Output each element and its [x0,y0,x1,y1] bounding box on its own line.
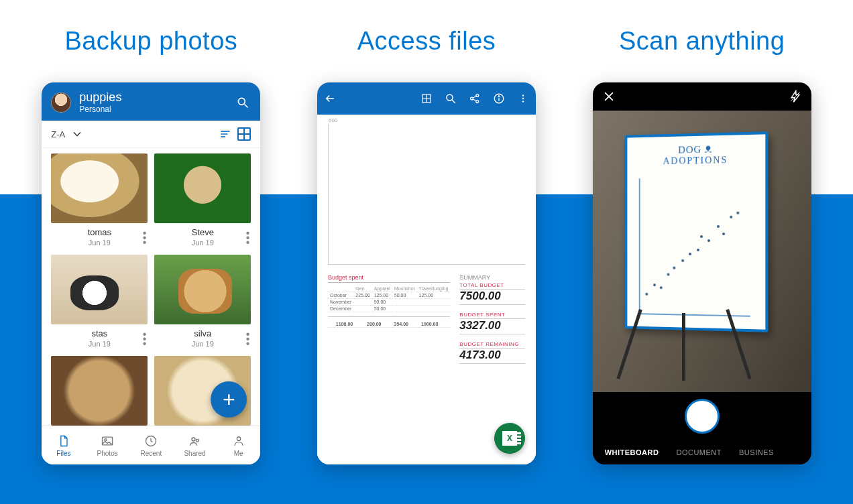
svg-line-21 [473,99,476,101]
mode-business[interactable]: BUSINES [739,448,774,456]
people-icon [188,434,202,448]
file-thumbnail [51,153,148,223]
back-icon[interactable] [324,92,336,105]
file-date: Jun 19 [154,239,251,247]
file-content[interactable]: 600 Budget spent GenApparelMoonshotTrave… [317,115,536,464]
shutter-row [593,392,811,440]
nav-label: Recent [140,450,162,457]
total-budget-label: TOTAL BUDGET [459,282,525,290]
file-item[interactable]: stas Jun 19 ••• [51,255,154,356]
svg-point-8 [192,438,195,441]
nav-recent[interactable]: Recent [129,426,173,464]
camera-viewfinder[interactable]: DOG ᴥ ADOPTIONS [593,111,811,392]
svg-point-24 [498,96,499,97]
file-name: Steve [154,227,251,237]
svg-point-6 [105,438,107,440]
panel-scan-anything: Scan anything DOG ᴥ ADOPTIONS [571,27,833,464]
svg-point-15 [447,94,453,101]
open-in-excel-button[interactable]: X [494,423,525,454]
chevron-down-icon[interactable] [70,127,84,141]
search-icon[interactable] [236,96,249,109]
more-icon[interactable]: ••• [246,230,250,246]
plus-icon: + [223,387,235,412]
nav-files[interactable]: Files [42,426,85,464]
sort-lines-icon[interactable] [219,127,232,141]
svg-point-25 [522,94,524,96]
total-budget-value: 7500.00 [459,290,525,305]
dashboard-row: Budget spent GenApparelMoonshotTravel/lo… [328,274,525,371]
panel-title: Access files [357,27,496,56]
detected-whiteboard: DOG ᴥ ADOPTIONS [625,131,769,332]
panel-backup-photos: Backup photos puppies Personal Z-A [20,27,282,464]
nav-label: Shared [184,450,205,457]
share-icon[interactable] [469,92,481,105]
grid-view-icon[interactable] [237,127,251,141]
search-icon[interactable] [445,92,457,105]
svg-line-20 [473,96,476,98]
file-item[interactable] [51,356,154,426]
folder-title: puppies [79,90,121,105]
close-icon[interactable] [602,90,616,103]
more-icon[interactable]: ••• [143,331,147,347]
svg-point-26 [522,98,524,99]
file-thumbnail [154,153,251,223]
file-item[interactable]: silva Jun 19 ••• [154,255,258,356]
grid-icon[interactable] [420,92,433,105]
nav-label: Me [234,450,243,457]
budget-spent-value: 3327.00 [459,319,525,334]
file-thumbnail [51,255,148,324]
more-icon[interactable]: ••• [246,331,250,347]
budget-spent-label: BUDGET SPENT [459,312,525,319]
nav-label: Files [56,450,70,457]
file-thumbnail [154,255,251,324]
panel-title: Backup photos [64,27,237,56]
svg-line-1 [245,104,248,107]
person-icon [232,434,245,448]
photo-icon [101,434,114,448]
file-name: stas [51,328,148,338]
whiteboard-text-line2: ADOPTIONS [636,154,756,167]
file-date: Jun 19 [154,340,251,348]
marketing-panels: Backup photos puppies Personal Z-A [0,0,853,464]
stacked-bar-chart: 600 [328,124,525,265]
more-icon[interactable]: ••• [143,230,147,246]
phone-file-viewer: 600 Budget spent GenApparelMoonshotTrave… [317,82,536,464]
header-title-stack: puppies Personal [79,90,121,114]
add-button[interactable]: + [211,381,247,418]
panel-access-files: Access files 600 Budget spent [296,27,558,464]
file-name: silva [154,328,251,338]
file-item[interactable]: tomas Jun 19 ••• [51,153,154,255]
table-title: Budget spent [328,274,450,283]
budget-remaining-label: BUDGET REMAINING [459,341,525,349]
shutter-button[interactable] [685,399,720,434]
summary-heading: SUMMARY [459,274,525,281]
nav-photos[interactable]: Photos [86,426,129,464]
axis-max-label: 600 [329,117,337,123]
budget-table: GenApparelMoonshotTravel/lodgingOctober2… [328,286,450,312]
clock-icon [144,434,158,448]
svg-point-27 [522,101,524,102]
overflow-icon[interactable] [517,92,529,105]
info-icon[interactable] [493,92,505,105]
account-label: Personal [79,105,121,114]
nav-shared[interactable]: Shared [173,426,217,464]
nav-me[interactable]: Me [217,426,260,464]
mode-whiteboard[interactable]: WHITEBOARD [605,448,659,456]
phone-scan-app: DOG ᴥ ADOPTIONS WHITEBOARD DOCUMENT BUSI… [593,82,811,464]
mode-document[interactable]: DOCUMENT [676,448,722,456]
file-icon [57,434,70,448]
sort-label[interactable]: Z-A [51,129,65,139]
svg-point-0 [239,98,245,105]
scan-modes[interactable]: WHITEBOARD DOCUMENT BUSINES [593,440,811,464]
file-date: Jun 19 [51,340,148,348]
whiteboard-sketch-chart [639,176,750,316]
excel-icon: X [502,431,517,446]
phone-files-app: puppies Personal Z-A [42,82,260,464]
avatar[interactable] [51,92,71,113]
app-header: puppies Personal [42,82,260,121]
flash-icon[interactable] [789,90,802,103]
file-item[interactable]: Steve Jun 19 ••• [154,153,258,255]
file-name: tomas [51,227,148,237]
easel-leg [682,313,685,381]
scan-topbar [593,82,811,111]
